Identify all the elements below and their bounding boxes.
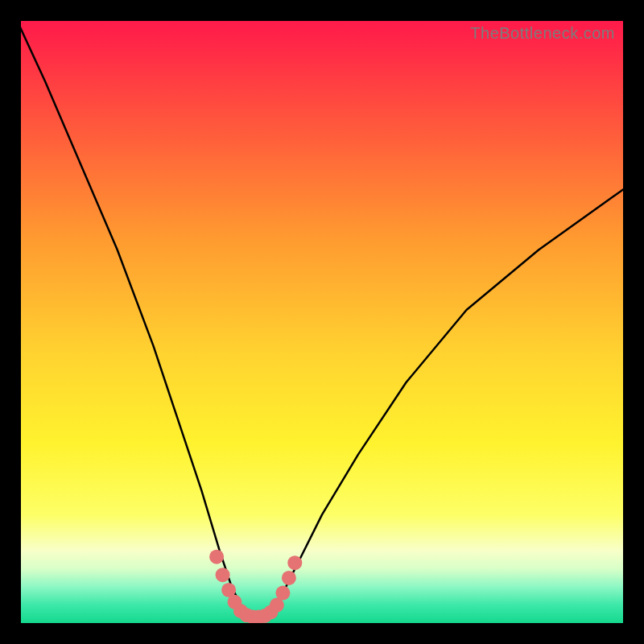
chart-plot-area: TheBottleneck.com [21,21,623,623]
svg-point-13 [287,555,302,570]
svg-point-0 [209,550,224,564]
svg-point-1 [216,568,230,582]
watermark-text: TheBottleneck.com [470,24,615,43]
optimal-zone-dots [21,21,623,623]
svg-point-12 [282,571,296,585]
svg-point-11 [275,586,290,601]
